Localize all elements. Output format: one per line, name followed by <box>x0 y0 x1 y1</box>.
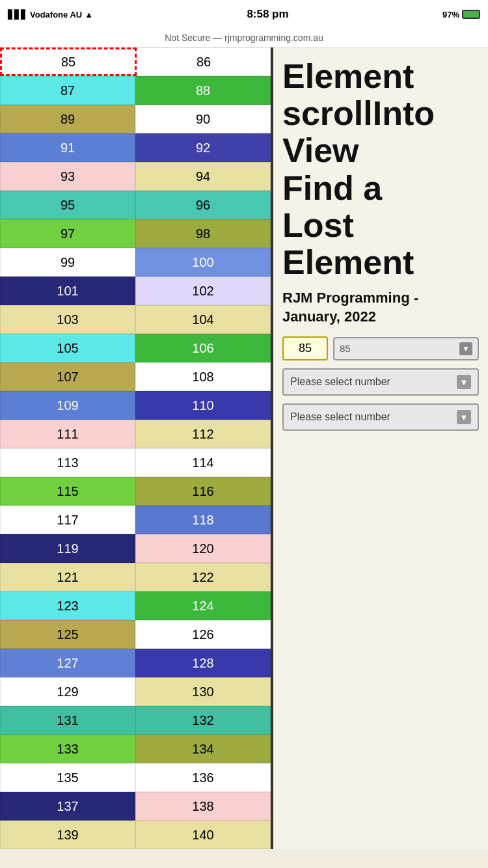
table-row[interactable]: 137138 <box>0 792 271 821</box>
table-row[interactable]: 123124 <box>0 591 271 620</box>
list-item[interactable]: 136 <box>135 763 271 792</box>
time-display: 8:58 pm <box>247 8 288 21</box>
list-item[interactable]: 97 <box>0 219 135 248</box>
list-item[interactable]: 121 <box>0 563 135 591</box>
list-item[interactable]: 104 <box>135 305 271 334</box>
dropdown-1[interactable]: Please select number ▼ <box>282 368 479 396</box>
list-item[interactable]: 133 <box>0 735 135 763</box>
table-row[interactable]: 129130 <box>0 677 271 706</box>
list-item[interactable]: 124 <box>135 591 271 620</box>
table-row[interactable]: 115116 <box>0 477 271 506</box>
list-item[interactable]: 137 <box>0 792 135 821</box>
table-row[interactable]: 127128 <box>0 649 271 677</box>
list-item[interactable]: 96 <box>135 191 271 219</box>
table-row[interactable]: 103104 <box>0 305 271 334</box>
dropdown-1-arrow-icon: ▼ <box>457 375 471 389</box>
list-item[interactable]: 91 <box>0 133 135 162</box>
list-item[interactable]: 130 <box>135 677 271 706</box>
list-item[interactable]: 105 <box>0 334 135 362</box>
dropdown-arrow-icon: ▼ <box>459 342 472 355</box>
list-item[interactable]: 88 <box>135 76 271 105</box>
table-row[interactable]: 8990 <box>0 105 271 133</box>
list-item[interactable]: 119 <box>0 534 135 563</box>
table-row[interactable]: 107108 <box>0 362 271 391</box>
number-input-1[interactable] <box>282 336 328 360</box>
table-row[interactable]: 9798 <box>0 219 271 248</box>
table-row[interactable]: 113114 <box>0 448 271 477</box>
number-select-value: 85 <box>340 343 457 354</box>
main-layout: 8586878889909192939495969798991001011021… <box>0 47 488 849</box>
list-item[interactable]: 110 <box>135 391 271 420</box>
table-row[interactable]: 101102 <box>0 277 271 305</box>
list-item[interactable]: 120 <box>135 534 271 563</box>
list-item[interactable]: 123 <box>0 591 135 620</box>
list-item[interactable]: 94 <box>135 162 271 191</box>
list-item[interactable]: 101 <box>0 277 135 305</box>
table-row[interactable]: 131132 <box>0 706 271 735</box>
list-item[interactable]: 108 <box>135 362 271 391</box>
table-row[interactable]: 9394 <box>0 162 271 191</box>
list-item[interactable]: 135 <box>0 763 135 792</box>
table-row[interactable]: 8788 <box>0 76 271 105</box>
list-item[interactable]: 111 <box>0 420 135 448</box>
table-row[interactable]: 111112 <box>0 420 271 448</box>
table-row[interactable]: 117118 <box>0 506 271 534</box>
wifi-icon: ▲ <box>85 10 93 20</box>
list-item[interactable]: 102 <box>135 277 271 305</box>
list-item[interactable]: 92 <box>135 133 271 162</box>
list-item[interactable]: 113 <box>0 448 135 477</box>
list-item[interactable]: 117 <box>0 506 135 534</box>
table-row[interactable]: 8586 <box>0 47 271 76</box>
list-item[interactable]: 85 <box>0 47 137 76</box>
list-item[interactable]: 115 <box>0 477 135 506</box>
list-item[interactable]: 98 <box>135 219 271 248</box>
table-row[interactable]: 105106 <box>0 334 271 362</box>
table-row[interactable]: 139140 <box>0 821 271 849</box>
table-row[interactable]: 9596 <box>0 191 271 219</box>
list-item[interactable]: 112 <box>135 420 271 448</box>
list-item[interactable]: 106 <box>135 334 271 362</box>
list-item[interactable]: 114 <box>135 448 271 477</box>
list-item[interactable]: 89 <box>0 105 135 133</box>
list-item[interactable]: 126 <box>135 620 271 649</box>
list-item[interactable]: 103 <box>0 305 135 334</box>
table-row[interactable]: 119120 <box>0 534 271 563</box>
battery-icon <box>462 10 480 19</box>
list-item[interactable]: 99 <box>0 248 135 277</box>
list-item[interactable]: 107 <box>0 362 135 391</box>
list-item[interactable]: 129 <box>0 677 135 706</box>
list-item[interactable]: 127 <box>0 649 135 677</box>
page-subtitle: RJM Programming - January, 2022 <box>282 289 479 326</box>
table-row[interactable]: 125126 <box>0 620 271 649</box>
number-select-inline[interactable]: 85 ▼ <box>333 337 479 360</box>
list-item[interactable]: 116 <box>135 477 271 506</box>
controls-row: 85 ▼ <box>282 336 479 360</box>
list-item[interactable]: 90 <box>135 105 271 133</box>
table-row[interactable]: 135136 <box>0 763 271 792</box>
list-item[interactable]: 138 <box>135 792 271 821</box>
list-item[interactable]: 122 <box>135 563 271 591</box>
list-item[interactable]: 140 <box>135 821 271 849</box>
list-item[interactable]: 86 <box>137 47 271 76</box>
table-row[interactable]: 109110 <box>0 391 271 420</box>
list-item[interactable]: 109 <box>0 391 135 420</box>
list-item[interactable]: 139 <box>0 821 135 849</box>
list-item[interactable]: 87 <box>0 76 135 105</box>
carrier-info: ▋▋▋ Vodafone AU ▲ <box>8 10 93 20</box>
table-row[interactable]: 121122 <box>0 563 271 591</box>
table-row[interactable]: 133134 <box>0 735 271 763</box>
table-row[interactable]: 9192 <box>0 133 271 162</box>
list-item[interactable]: 100 <box>135 248 271 277</box>
list-item[interactable]: 131 <box>0 706 135 735</box>
dropdown-2[interactable]: Please select number ▼ <box>282 403 479 431</box>
table-row[interactable]: 99100 <box>0 248 271 277</box>
list-item[interactable]: 118 <box>135 506 271 534</box>
url-text: Not Secure — rjmprogramming.com.au <box>165 33 323 43</box>
list-item[interactable]: 95 <box>0 191 135 219</box>
list-item[interactable]: 93 <box>0 162 135 191</box>
list-item[interactable]: 134 <box>135 735 271 763</box>
url-bar[interactable]: Not Secure — rjmprogramming.com.au <box>0 29 488 47</box>
list-item[interactable]: 125 <box>0 620 135 649</box>
list-item[interactable]: 128 <box>135 649 271 677</box>
list-item[interactable]: 132 <box>135 706 271 735</box>
